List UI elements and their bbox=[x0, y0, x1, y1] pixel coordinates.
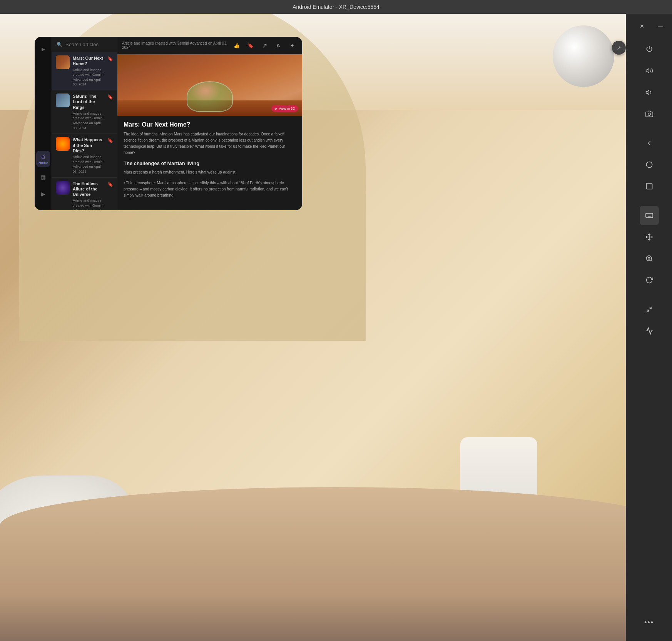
article-toolbar: Article and Images created with Gemini A… bbox=[117, 37, 302, 54]
svg-rect-5 bbox=[645, 214, 652, 218]
article-hero-image: ⊛ View in 3D bbox=[117, 54, 302, 116]
emulator-panel: ✕ — bbox=[626, 14, 672, 641]
title-bar-text: Android Emulator - XR_Device:5554 bbox=[293, 4, 379, 10]
article-meta-1: Article and images created with Gemini A… bbox=[73, 68, 104, 87]
mars-dome bbox=[187, 81, 233, 112]
bookmark-icon-3[interactable]: 🔖 bbox=[107, 138, 113, 143]
article-meta-3: Article and images created with Gemini A… bbox=[73, 155, 104, 174]
article-title-2: Saturn: The Lord of the Rings bbox=[73, 93, 104, 110]
settings-button[interactable]: ✦ bbox=[287, 40, 298, 51]
article-title-1: Mars: Our Next Home? bbox=[73, 55, 104, 67]
search-icon: 🔍 bbox=[57, 42, 62, 47]
bookmark-icon-1[interactable]: 🔖 bbox=[107, 56, 113, 62]
float-icon: ↗ bbox=[617, 45, 621, 51]
close-button[interactable]: ✕ bbox=[634, 18, 650, 35]
emulator-window-controls: ✕ — bbox=[626, 18, 672, 35]
article-info-1: Mars: Our Next Home? Article and images … bbox=[73, 55, 104, 87]
bookmark-icon-4[interactable]: 🔖 bbox=[107, 182, 113, 187]
svg-marker-0 bbox=[646, 68, 649, 73]
bookmark-icon-2[interactable]: 🔖 bbox=[107, 94, 113, 100]
svg-point-13 bbox=[648, 257, 650, 259]
article-list: Mars: Our Next Home? Article and images … bbox=[52, 52, 117, 210]
camera-button[interactable] bbox=[640, 104, 659, 124]
article-thumb-mars bbox=[56, 55, 70, 69]
article-main-panel: Article and Images created with Gemini A… bbox=[117, 37, 302, 210]
signal-button[interactable] bbox=[640, 321, 659, 341]
volume-up-button[interactable] bbox=[640, 61, 659, 80]
minimize-button[interactable]: — bbox=[652, 18, 669, 35]
article-thumb-sun bbox=[56, 137, 70, 151]
article-section-heading: The challenges of Martian living bbox=[124, 160, 296, 166]
article-list-panel: 🔍 ⋮ Mars: Our Next Home? Article and ima… bbox=[52, 37, 117, 210]
volume-down-button[interactable] bbox=[640, 83, 659, 102]
svg-marker-1 bbox=[646, 90, 649, 95]
article-item-1[interactable]: Mars: Our Next Home? Article and images … bbox=[52, 52, 117, 90]
article-info-4: The Endless Allure of the Universe Artic… bbox=[73, 181, 104, 210]
recents-button[interactable] bbox=[640, 177, 659, 196]
nav-video-icon[interactable]: ▶ bbox=[36, 187, 50, 201]
article-bullet-1: • Thin atmosphere: Mars' atmosphere is i… bbox=[124, 180, 296, 199]
keyboard-button[interactable] bbox=[640, 206, 659, 225]
nav-panel-icon[interactable]: ▶ bbox=[36, 42, 50, 56]
bg-floor bbox=[0, 487, 672, 641]
power-button[interactable] bbox=[640, 40, 659, 59]
article-title-3: What Happens if the Sun Dies? bbox=[73, 137, 104, 154]
home-button[interactable] bbox=[640, 155, 659, 174]
view-3d-icon: ⊛ bbox=[274, 107, 277, 110]
article-toolbar-meta: Article and Images created with Gemini A… bbox=[122, 41, 228, 50]
back-button[interactable] bbox=[640, 134, 659, 153]
zoom-button[interactable] bbox=[640, 249, 659, 268]
move-button[interactable] bbox=[640, 227, 659, 247]
article-thumb-saturn bbox=[56, 93, 70, 107]
float-action-button[interactable]: ↗ bbox=[612, 41, 626, 55]
nav-home-label: Home bbox=[38, 161, 48, 165]
article-info-3: What Happens if the Sun Dies? Article an… bbox=[73, 137, 104, 174]
svg-line-14 bbox=[646, 310, 649, 312]
article-body-1: The idea of humans living on Mars has ca… bbox=[124, 131, 296, 156]
bookmark-button[interactable]: 🔖 bbox=[245, 40, 256, 51]
svg-rect-4 bbox=[646, 184, 652, 189]
like-button[interactable]: 👍 bbox=[231, 40, 242, 51]
article-content: Mars: Our Next Home? The idea of humans … bbox=[117, 116, 302, 210]
article-item-2[interactable]: Saturn: The Lord of the Rings Article an… bbox=[52, 90, 117, 134]
svg-point-11 bbox=[646, 256, 651, 261]
bg-sphere bbox=[553, 25, 614, 87]
svg-point-3 bbox=[646, 162, 652, 168]
article-body-2: Mars presents a harsh environment. Here'… bbox=[124, 169, 296, 175]
view-3d-button[interactable]: ⊛ View in 3D bbox=[271, 105, 298, 112]
article-main-title: Mars: Our Next Home? bbox=[124, 121, 296, 128]
article-thumb-galaxy bbox=[56, 181, 70, 195]
main-area: ▶ ⌂ Home ▦ ▶ 🔍 ⋮ Mars: Our Next Home? Ar… bbox=[0, 14, 672, 641]
svg-point-2 bbox=[648, 113, 650, 116]
article-meta-2: Article and images created with Gemini A… bbox=[73, 111, 104, 130]
more-button[interactable]: ••• bbox=[640, 613, 659, 632]
app-nav-sidebar: ▶ ⌂ Home ▦ ▶ bbox=[35, 37, 52, 210]
title-bar: Android Emulator - XR_Device:5554 bbox=[0, 0, 672, 14]
article-info-2: Saturn: The Lord of the Rings Article an… bbox=[73, 93, 104, 130]
article-item-3[interactable]: What Happens if the Sun Dies? Article an… bbox=[52, 134, 117, 177]
svg-line-12 bbox=[650, 260, 652, 262]
search-bar: 🔍 ⋮ bbox=[52, 37, 117, 52]
text-size-button[interactable]: A bbox=[273, 40, 284, 51]
rotate-button[interactable] bbox=[640, 270, 659, 290]
nav-grid-icon[interactable]: ▦ bbox=[36, 170, 50, 184]
nav-home-icon[interactable]: ⌂ Home bbox=[36, 151, 50, 167]
article-meta-4: Article and images created with Gemini A… bbox=[73, 198, 104, 210]
svg-line-15 bbox=[650, 307, 652, 309]
article-title-4: The Endless Allure of the Universe bbox=[73, 181, 104, 197]
minimize-view-button[interactable] bbox=[640, 300, 659, 319]
view-3d-label: View in 3D bbox=[279, 107, 295, 110]
article-item-4[interactable]: The Endless Allure of the Universe Artic… bbox=[52, 178, 117, 210]
share-button[interactable]: ↗ bbox=[259, 40, 270, 51]
